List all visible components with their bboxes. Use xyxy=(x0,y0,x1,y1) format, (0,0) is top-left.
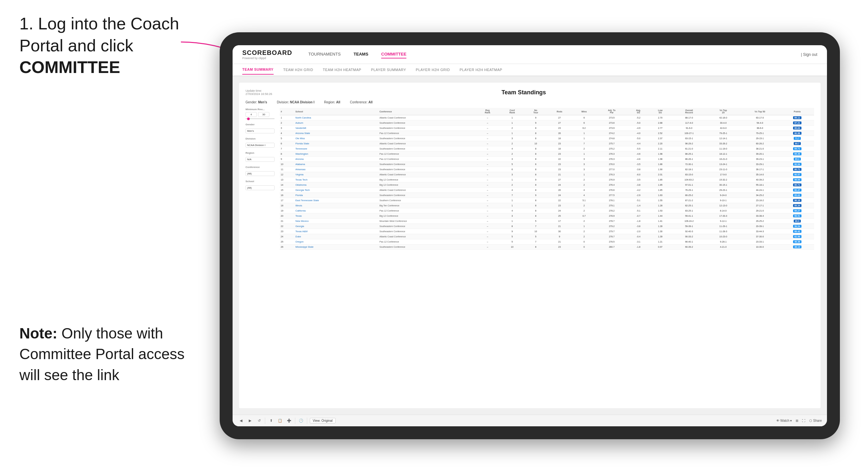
school-link[interactable]: Vanderbilt xyxy=(296,127,306,129)
cell-conference: Southeastern Conference xyxy=(379,224,475,229)
cell-no-tour: 9 xyxy=(525,121,547,126)
nav-item-committee[interactable]: COMMITTEE xyxy=(381,51,406,58)
division-filter-label: Division: NCAA Division I xyxy=(277,100,314,104)
cell-adj-par: 275.2 xyxy=(596,146,627,152)
toolbar-share-icon[interactable]: ⬆ xyxy=(268,417,274,424)
cell-reg-rank: – xyxy=(475,245,500,250)
toolbar-reload-icon[interactable]: ↺ xyxy=(256,417,262,424)
conf-text: Southeastern Conference xyxy=(379,148,405,150)
school-link[interactable]: Virginia xyxy=(296,173,304,176)
cell-rank: 14 xyxy=(280,183,294,188)
cell-adj-par: 279.2 xyxy=(596,224,627,229)
school-link[interactable]: Alabama xyxy=(296,163,305,166)
school-link[interactable]: Arizona xyxy=(296,158,304,160)
card-title: Team Standings xyxy=(272,89,775,96)
school-link[interactable]: Washington xyxy=(296,152,308,155)
conf-text: Pac-12 Conference xyxy=(379,132,399,134)
toolbar-back-icon[interactable]: ◀ xyxy=(238,417,244,424)
school-link[interactable]: Florida xyxy=(296,194,303,197)
cell-rnds: 24 xyxy=(547,208,572,214)
points-badge: 65.49 xyxy=(793,152,802,155)
filter-region-select[interactable]: N/A xyxy=(246,157,275,162)
points-badge: 62.98 xyxy=(793,235,802,238)
cell-school: Vanderbilt xyxy=(294,126,379,131)
view-original-button[interactable]: View: Original xyxy=(310,418,336,424)
school-link[interactable]: Texas Tech xyxy=(296,178,308,181)
sub-nav-team-h2h-heatmap[interactable]: TEAM H2H HEATMAP xyxy=(323,65,361,74)
toolbar-add-icon[interactable]: ➕ xyxy=(286,417,292,424)
school-link[interactable]: Arizona State xyxy=(296,132,310,135)
cell-adj-par: 276.3 xyxy=(596,152,627,157)
sub-nav-player-h2h-grid[interactable]: PLAYER H2H GRID xyxy=(416,65,450,74)
school-link[interactable]: Auburn xyxy=(296,121,303,124)
nav-item-teams[interactable]: TEAMS xyxy=(354,51,369,58)
filter-division-select[interactable]: NCAA Division I xyxy=(246,143,275,148)
filter-max-input[interactable] xyxy=(258,112,270,117)
col-header-reg-rank: RegRank xyxy=(475,108,500,115)
cell-overall: 92-40-3 xyxy=(671,229,707,234)
cell-conference: Pac-12 Conference xyxy=(379,157,475,162)
cell-low-sg: 2.70 xyxy=(650,115,671,121)
cell-rnds: 18 xyxy=(547,146,572,152)
school-link[interactable]: Texas xyxy=(296,214,302,217)
filter-gender-select[interactable]: Men's xyxy=(246,128,275,133)
sub-nav-team-summary[interactable]: TEAM SUMMARY xyxy=(242,65,274,74)
cell-rnds: 23 xyxy=(547,162,572,167)
points-badge: 48.13 xyxy=(793,245,802,248)
school-link[interactable]: New Mexico xyxy=(296,220,309,222)
filter-conference-select[interactable]: (All) xyxy=(246,171,275,176)
toolbar-clock-icon[interactable]: 🕐 xyxy=(298,417,304,424)
sub-nav-player-h2h-heatmap[interactable]: PLAYER H2H HEATMAP xyxy=(460,65,502,74)
cell-rnds: 23 xyxy=(547,152,572,157)
share-button[interactable]: ⬡ Share xyxy=(809,419,822,423)
conf-text: Pac-12 Conference xyxy=(379,153,399,155)
toolbar-bookmark-icon[interactable]: 📋 xyxy=(277,417,283,424)
conf-text: Atlantic Coast Conference xyxy=(379,143,406,145)
cell-conference: Pac-12 Conference xyxy=(379,239,475,245)
toolbar-action-icon-1[interactable]: ⊞ xyxy=(796,419,798,423)
school-link[interactable]: Tennessee xyxy=(296,147,307,150)
cell-no-tour: 10 xyxy=(525,141,547,146)
filter-school-select[interactable]: (All) xyxy=(246,185,275,190)
cell-points: 65.02 xyxy=(780,193,814,198)
col-header-school: School xyxy=(294,108,379,115)
school-link[interactable]: East Tennessee State xyxy=(296,199,319,202)
school-link[interactable]: Illinois xyxy=(296,204,302,207)
cell-rnds: 23 xyxy=(547,245,572,250)
school-link[interactable]: Oregon xyxy=(296,240,304,243)
cell-school: Arkansas xyxy=(294,167,379,172)
cell-vs-top25: 79-25-1 xyxy=(707,131,739,136)
school-link[interactable]: Oklahoma xyxy=(296,183,307,186)
cell-conference: Pac-12 Conference xyxy=(379,208,475,214)
school-link[interactable]: Ole Miss xyxy=(296,137,305,140)
cell-rnds: 18 xyxy=(547,136,572,141)
toolbar-forward-icon[interactable]: ▶ xyxy=(247,417,253,424)
cell-no-tour: 8 xyxy=(525,157,547,162)
cell-avg-sg: -4.2 xyxy=(627,188,650,193)
school-link[interactable]: Georgia Tech xyxy=(296,189,310,191)
school-link[interactable]: Mississippi State xyxy=(296,245,314,248)
conf-text: Big Ten Conference xyxy=(379,205,399,207)
school-link[interactable]: Georgia xyxy=(296,225,304,228)
school-link[interactable]: Texas A&M xyxy=(296,230,308,233)
sub-nav-player-summary[interactable]: PLAYER SUMMARY xyxy=(371,65,406,74)
cell-overall: 86-25-1 xyxy=(671,152,707,157)
table-row: 1 North Carolina Atlantic Coast Conferen… xyxy=(280,115,814,121)
sign-out-link[interactable]: | Sign out xyxy=(801,52,817,57)
toolbar-action-icon-2[interactable]: ⛶ xyxy=(802,419,805,423)
cell-wins: 2 xyxy=(572,183,596,188)
cell-vs-top25: 11-28-3 xyxy=(707,229,739,234)
cell-points: 58.94 xyxy=(780,177,814,183)
cell-avg-sg: -5.1 xyxy=(627,208,650,214)
cell-adj-par: 278.2 xyxy=(596,208,627,214)
sub-nav-team-h2h-grid[interactable]: TEAM H2H GRID xyxy=(283,65,313,74)
filter-min-input[interactable] xyxy=(246,112,257,117)
school-link[interactable]: Florida State xyxy=(296,142,309,145)
table-row: 4 Arizona State Pac-12 Conference – 1 8 … xyxy=(280,131,814,136)
school-link[interactable]: North Carolina xyxy=(296,116,311,119)
school-link[interactable]: Duke xyxy=(296,235,301,238)
school-link[interactable]: California xyxy=(296,209,306,212)
school-link[interactable]: Arkansas xyxy=(296,168,306,171)
watch-button[interactable]: 👁 Watch ▾ xyxy=(776,419,792,423)
nav-item-tournaments[interactable]: TOURNAMENTS xyxy=(308,51,340,58)
